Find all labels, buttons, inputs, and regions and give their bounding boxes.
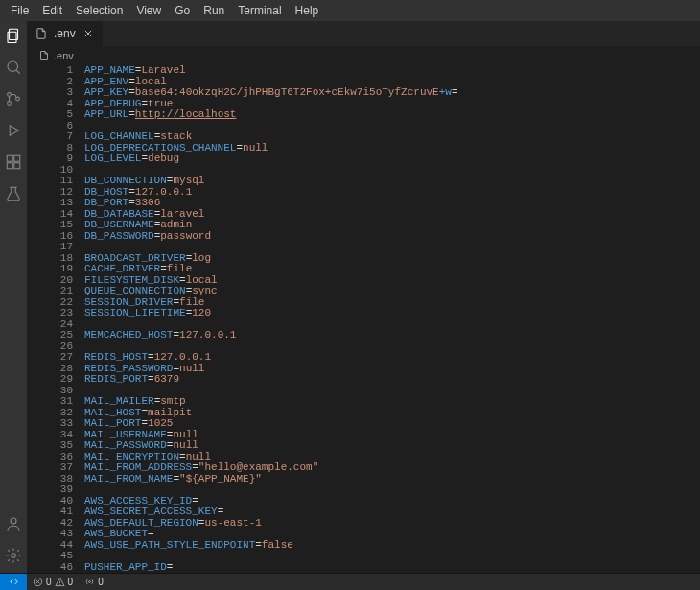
status-bar: 0 0 0 xyxy=(0,573,700,590)
testing-icon[interactable] xyxy=(5,185,22,205)
accounts-icon[interactable] xyxy=(5,515,22,535)
svg-point-5 xyxy=(8,102,12,106)
line-number: 11 xyxy=(27,176,73,187)
file-icon xyxy=(35,27,48,40)
svg-point-22 xyxy=(89,581,91,583)
editor-area: .env .env 123456789101112131415161718192… xyxy=(27,21,700,573)
menu-go[interactable]: Go xyxy=(168,0,197,21)
svg-rect-10 xyxy=(7,163,12,169)
explorer-icon[interactable] xyxy=(5,27,22,47)
svg-point-13 xyxy=(11,518,16,524)
menu-view[interactable]: View xyxy=(129,0,168,21)
svg-point-6 xyxy=(16,97,20,101)
menubar: FileEditSelectionViewGoRunTerminalHelp xyxy=(0,0,700,21)
line-number: 5 xyxy=(27,109,73,121)
line-number: 29 xyxy=(27,374,73,386)
svg-point-2 xyxy=(8,61,18,72)
main-area: .env .env 123456789101112131415161718192… xyxy=(0,21,700,573)
extensions-icon[interactable] xyxy=(5,153,22,174)
ports-status[interactable]: 0 xyxy=(79,574,109,590)
code-content[interactable]: APP_NAME=LaravelAPP_ENV=localAPP_KEY=bas… xyxy=(84,65,700,573)
code-line[interactable]: APP_URL=http://localhost xyxy=(84,109,700,121)
line-number: 1 xyxy=(27,65,73,77)
line-number: 9 xyxy=(27,153,73,165)
debug-icon[interactable] xyxy=(5,122,22,142)
code-line[interactable] xyxy=(84,551,700,562)
warnings-count: 0 xyxy=(68,577,74,587)
file-icon xyxy=(38,50,50,61)
line-number: 13 xyxy=(27,198,73,209)
line-number: 23 xyxy=(27,308,73,319)
problems-status[interactable]: 0 0 xyxy=(27,574,79,590)
search-icon[interactable] xyxy=(5,59,22,79)
remote-indicator[interactable] xyxy=(0,574,27,590)
tab-label: .env xyxy=(54,27,76,40)
menu-file[interactable]: File xyxy=(4,0,35,21)
editor[interactable]: 1234567891011121314151617181920212223242… xyxy=(27,65,700,573)
line-number: 21 xyxy=(27,286,73,297)
line-number: 33 xyxy=(27,418,73,430)
svg-point-4 xyxy=(8,93,12,97)
code-line[interactable]: SESSION_LIFETIME=120 xyxy=(84,308,700,319)
line-number: 43 xyxy=(27,529,73,540)
code-line[interactable]: DB_HOST=127.0.0.1 xyxy=(84,187,700,199)
svg-rect-9 xyxy=(14,155,20,161)
line-number: 27 xyxy=(27,352,73,364)
errors-count: 0 xyxy=(46,577,52,587)
svg-point-14 xyxy=(12,554,16,558)
menu-edit[interactable]: Edit xyxy=(35,0,69,21)
ports-count: 0 xyxy=(98,577,104,587)
source-control-icon[interactable] xyxy=(5,90,22,110)
line-number: 45 xyxy=(27,551,73,562)
line-number: 25 xyxy=(27,330,73,342)
menu-selection[interactable]: Selection xyxy=(69,0,129,21)
breadcrumb-label: .env xyxy=(54,50,74,61)
code-line[interactable]: REDIS_PORT=6379 xyxy=(84,374,700,386)
line-number: 7 xyxy=(27,131,73,143)
line-number: 41 xyxy=(27,507,73,518)
code-line[interactable]: AWS_USE_PATH_STYLE_ENDPOINT=false xyxy=(84,540,700,552)
line-number: 35 xyxy=(27,440,73,452)
tab-env[interactable]: .env xyxy=(27,21,104,46)
code-line[interactable]: MEMCACHED_HOST=127.0.0.1 xyxy=(84,330,700,342)
line-number: 17 xyxy=(27,242,73,253)
svg-line-3 xyxy=(16,70,20,74)
code-line[interactable]: MAIL_FROM_NAME="${APP_NAME}" xyxy=(84,474,700,485)
svg-rect-11 xyxy=(14,163,20,169)
breadcrumb[interactable]: .env xyxy=(27,46,700,65)
line-number: 39 xyxy=(27,484,73,496)
code-line[interactable]: LOG_LEVEL=debug xyxy=(84,153,700,165)
activity-bar xyxy=(0,21,27,573)
line-number: 31 xyxy=(27,396,73,408)
code-line[interactable]: DB_PASSWORD=password xyxy=(84,231,700,243)
code-line[interactable]: AWS_DEFAULT_REGION=us-east-1 xyxy=(84,518,700,530)
svg-marker-7 xyxy=(10,126,18,136)
line-number: 15 xyxy=(27,220,73,231)
menu-run[interactable]: Run xyxy=(197,0,231,21)
code-line[interactable]: APP_KEY=base64:40okzqH2C/jhPHBgT6T2Fox+c… xyxy=(84,87,700,99)
svg-rect-8 xyxy=(7,155,12,161)
line-number: 19 xyxy=(27,264,73,275)
code-line[interactable]: MAIL_HOST=mailpit xyxy=(84,408,700,419)
tab-bar: .env xyxy=(27,21,700,46)
menu-terminal[interactable]: Terminal xyxy=(231,0,288,21)
close-icon[interactable] xyxy=(82,27,95,40)
line-number: 37 xyxy=(27,462,73,474)
menu-help[interactable]: Help xyxy=(289,0,326,21)
line-numbers: 1234567891011121314151617181920212223242… xyxy=(27,65,84,573)
settings-icon[interactable] xyxy=(5,547,22,567)
line-number: 3 xyxy=(27,87,73,99)
code-line[interactable]: APP_NAME=Laravel xyxy=(84,65,700,77)
